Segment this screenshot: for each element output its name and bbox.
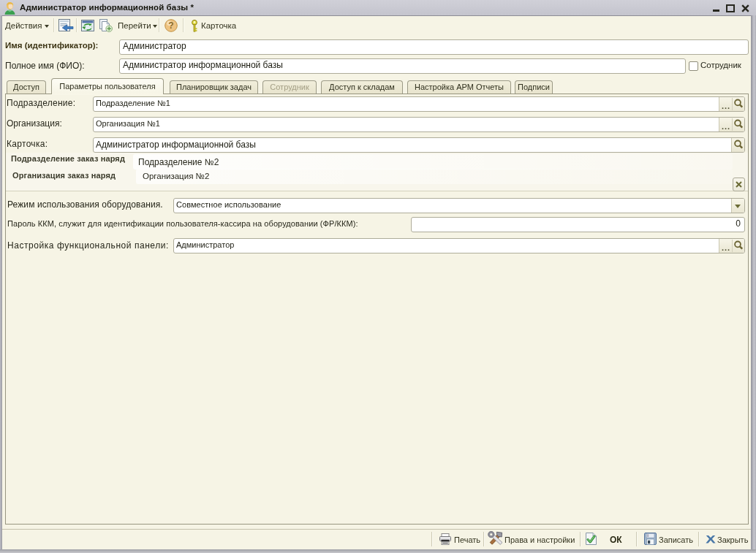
svg-text:?: ? xyxy=(168,20,173,31)
